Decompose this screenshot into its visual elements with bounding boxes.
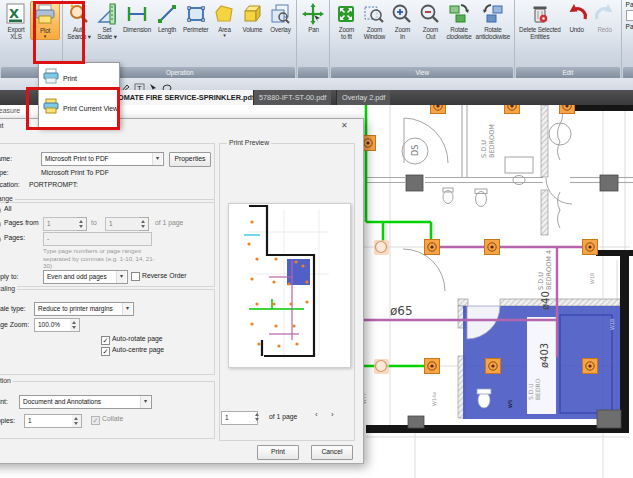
text-box-icon[interactable]: T xyxy=(134,79,145,89)
ribbon-group-view: Zoomto fitZoomWindowZoomInZoomOutRotatec… xyxy=(330,0,515,78)
button-label: Undo xyxy=(569,26,583,33)
button-label: Export xyxy=(8,26,25,33)
scale-type-select[interactable]: Reduce to printer margins▾ xyxy=(34,302,134,316)
properties-button[interactable]: Properties xyxy=(169,152,211,167)
undo-button[interactable]: Undo xyxy=(563,1,591,33)
label-room: S.D.U xyxy=(480,140,488,158)
label-w14a: W14a xyxy=(431,392,437,406)
page-zoom-label: Page Zoom: xyxy=(0,321,29,328)
copies-input[interactable]: 1 xyxy=(24,414,77,428)
menu-item-print[interactable]: Print xyxy=(39,63,119,93)
pages-list-input[interactable]: - xyxy=(43,232,152,246)
pages-to-stepper[interactable] xyxy=(139,217,149,231)
button-label: Window xyxy=(364,33,385,40)
area-button[interactable]: Area▾ xyxy=(210,1,238,38)
button-label: Overlay xyxy=(270,26,290,33)
copies-label: Copies: xyxy=(0,417,15,424)
ribbon-group-label: Paging xyxy=(623,67,633,78)
volume-button[interactable]: Volume xyxy=(238,1,266,33)
set-square-icon xyxy=(95,2,119,26)
chevron-down-icon: ▾ xyxy=(122,303,132,315)
print-preview-thumbnail xyxy=(228,203,351,368)
zoom-in-button[interactable]: ZoomIn xyxy=(388,1,416,40)
printer-name-select[interactable]: Microsoft Print to PDF▾ xyxy=(41,152,164,166)
print-current-view-icon xyxy=(39,98,63,118)
tab-overlay2-pdf[interactable]: Overlay 2.pdf xyxy=(336,90,390,105)
zoom-in-icon xyxy=(390,2,414,26)
length-button[interactable]: Length xyxy=(153,1,181,33)
search-auto-icon xyxy=(67,2,91,26)
dialog-title: Print xyxy=(0,122,3,129)
button-label: Redo xyxy=(597,26,611,33)
copies-stepper[interactable] xyxy=(72,414,82,428)
page-zoom-input[interactable]: 100.0% xyxy=(34,318,75,332)
label-room: S.D.U xyxy=(537,272,545,290)
page-zoom-stepper[interactable] xyxy=(70,318,80,332)
print-button[interactable]: Print xyxy=(257,445,299,460)
pan-button[interactable]: Pan xyxy=(299,1,327,33)
shape-icon[interactable] xyxy=(161,79,172,89)
area-icon xyxy=(212,2,236,26)
pages-from-stepper[interactable] xyxy=(77,217,87,231)
page-number-input[interactable]: 1 xyxy=(626,10,633,21)
auto-rotate-checkbox[interactable]: ✓ xyxy=(101,336,110,345)
tab-ift-st-00-pdf[interactable]: 57880-IFT-ST-00.pdf xyxy=(253,90,331,105)
ribbon-group-label: View xyxy=(331,67,513,78)
button-label: Rotate xyxy=(484,26,501,33)
chevron-down-icon: ▾ xyxy=(140,396,150,408)
tab-sprinkler-pdf[interactable]: OMATE FIRE SERVICE-SPRINKLER.pdf xyxy=(113,90,259,105)
ribbon-group-group2: Pan xyxy=(297,0,330,78)
redo-button[interactable]: Redo xyxy=(591,1,619,33)
preview-page-stepper[interactable] xyxy=(253,411,262,423)
dimension-button[interactable]: Dimension xyxy=(121,1,153,33)
ribbon-group-paging: Page # 1 Pages: 1 Paging xyxy=(622,0,633,78)
overlay-button[interactable]: Overlay xyxy=(266,1,294,33)
zoom-to-fit-button[interactable]: Zoomto fit xyxy=(332,1,360,40)
next-page-icon[interactable]: › xyxy=(331,410,334,419)
zoom-window-button[interactable]: ZoomWindow xyxy=(360,1,388,40)
rotate-anticlockwise-button[interactable]: Rotateanticlockwise xyxy=(474,1,513,40)
zoom-window-icon xyxy=(362,2,386,26)
overlay-icon xyxy=(268,2,292,26)
button-label: Zoom xyxy=(367,26,382,33)
scale-type-label: Scale type: xyxy=(0,305,26,312)
print-what-select[interactable]: Document and Annotations▾ xyxy=(19,395,152,409)
page-number-label: Page # xyxy=(622,0,633,9)
button-label: anticlockwise xyxy=(476,33,511,40)
dimension-icon xyxy=(125,2,149,26)
ribbon-group-edit: Delete SelectedEntitiesUndoRedoEdit xyxy=(515,0,621,78)
export-xls-button[interactable]: XExportXLS xyxy=(2,1,30,40)
label-room: BEDRO xyxy=(534,378,541,400)
print-option-groupbox xyxy=(0,381,215,439)
pencil-icon[interactable] xyxy=(120,79,131,89)
volume-icon xyxy=(240,2,264,26)
prev-page-icon[interactable]: ‹ xyxy=(315,410,318,419)
pages-radio-label: Pages: xyxy=(4,234,25,241)
select-arrow-icon[interactable] xyxy=(148,79,159,89)
auto-search-button[interactable]: AutoSearch ▾ xyxy=(65,1,93,40)
delete-selected-entities-button[interactable]: Delete SelectedEntities xyxy=(517,1,562,40)
auto-rotate-label: Auto-rotate page xyxy=(112,335,163,342)
button-label: Volume xyxy=(243,26,263,33)
print-dialog: Print ✕ Printer Name: Microsoft Print to… xyxy=(0,118,364,464)
menu-item-print-current-view[interactable]: Print Current View xyxy=(39,93,119,123)
button-label: Zoom xyxy=(339,26,354,33)
button-label: Scale ▾ xyxy=(97,33,116,40)
cancel-button[interactable]: Cancel xyxy=(311,445,353,460)
page-range-group-label: Page Range xyxy=(0,195,15,202)
perimeter-button[interactable]: Perimeter xyxy=(181,1,211,33)
of-page-label: of 1 page xyxy=(155,219,183,226)
collate-checkbox[interactable]: ✓ xyxy=(91,416,100,425)
plot-button[interactable]: Plot▾ xyxy=(30,1,60,40)
reverse-order-checkbox[interactable] xyxy=(131,272,140,281)
zoom-out-button[interactable]: ZoomOut xyxy=(416,1,444,40)
apply-to-select[interactable]: Even and odd pages▾ xyxy=(43,270,128,284)
menu-item-label: Print Current View xyxy=(63,105,118,112)
rotate-clockwise-button[interactable]: Rotateclockwise xyxy=(444,1,473,40)
dim-dia65: ø65 xyxy=(390,304,413,318)
set-scale-button[interactable]: SetScale ▾ xyxy=(93,1,121,40)
label-room: S.D.U xyxy=(527,383,534,400)
excel-icon: X xyxy=(4,2,28,26)
auto-centre-checkbox[interactable]: ✓ xyxy=(101,347,110,356)
dialog-close-icon[interactable]: ✕ xyxy=(341,121,348,130)
